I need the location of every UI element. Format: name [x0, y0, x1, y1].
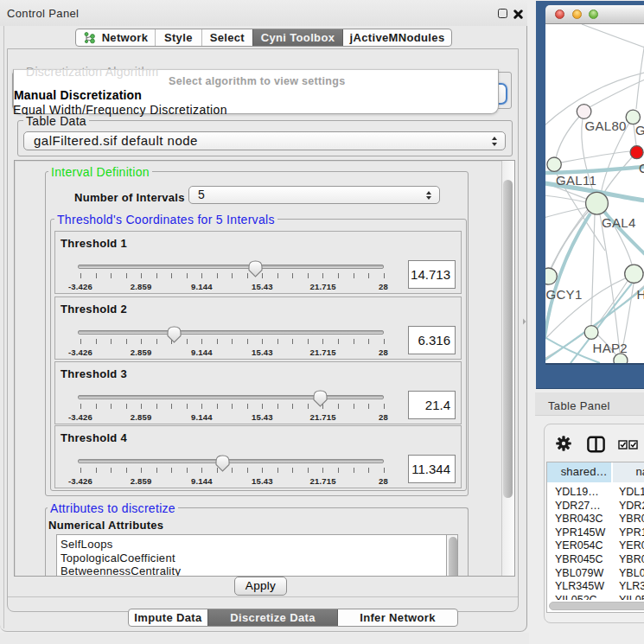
- svg-text:H: H: [637, 287, 644, 302]
- svg-text:HAP2: HAP2: [593, 341, 628, 355]
- svg-text:GAL11: GAL11: [556, 173, 596, 188]
- svg-text:GAL4: GAL4: [602, 215, 636, 230]
- svg-text:GCY1: GCY1: [546, 287, 583, 302]
- svg-text:GAL80: GAL80: [585, 118, 627, 133]
- svg-text:GA: GA: [635, 123, 644, 137]
- svg-text:C: C: [639, 161, 644, 175]
